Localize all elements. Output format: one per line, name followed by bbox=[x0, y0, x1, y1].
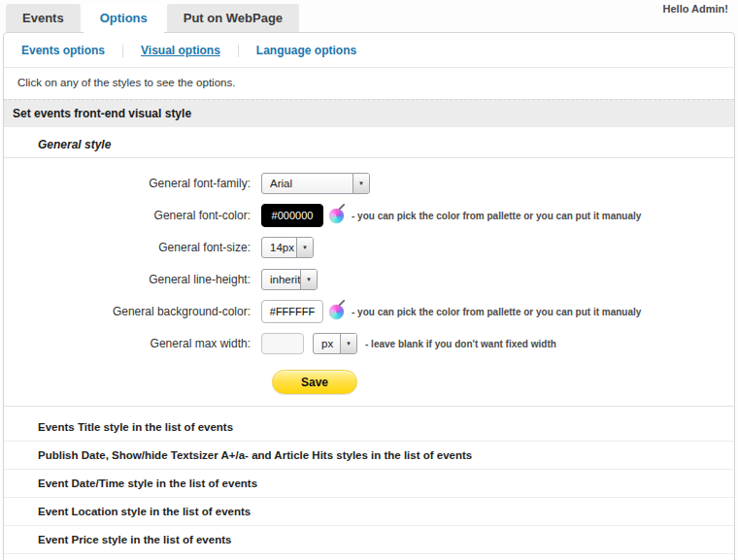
max-width-row: General max width: px ▼ - leave blank if… bbox=[4, 332, 734, 355]
line-height-label: General line-height: bbox=[4, 273, 261, 286]
max-width-unit-select[interactable]: px ▼ bbox=[313, 333, 357, 354]
font-family-select[interactable]: Arial ▼ bbox=[261, 173, 370, 194]
main-panel: Events options Visual options Language o… bbox=[3, 32, 735, 560]
background-color-row: General background-color: - you can pick… bbox=[4, 300, 734, 323]
section-events-title-style[interactable]: Events Title style in the list of events bbox=[4, 413, 734, 442]
font-color-label: General font-color: bbox=[4, 209, 261, 222]
background-color-label: General background-color: bbox=[4, 305, 261, 318]
font-family-label: General font-family: bbox=[4, 177, 261, 190]
font-size-value: 14px bbox=[262, 238, 296, 257]
tab-options[interactable]: Options bbox=[84, 4, 164, 33]
max-width-unit-value: px bbox=[314, 334, 340, 353]
font-color-row: General font-color: - you can pick the c… bbox=[4, 204, 734, 227]
font-size-row: General font-size: 14px ▼ bbox=[4, 236, 734, 259]
general-style-accordion-header[interactable]: General style bbox=[4, 127, 734, 158]
chevron-down-icon: ▼ bbox=[302, 245, 308, 250]
dropdown-button: ▼ bbox=[352, 174, 369, 193]
chevron-down-icon: ▼ bbox=[346, 341, 352, 346]
intro-text: Click on any of the styles to see the op… bbox=[4, 68, 734, 99]
font-size-select[interactable]: 14px ▼ bbox=[261, 237, 314, 258]
subnav-events-options[interactable]: Events options bbox=[21, 44, 105, 57]
subnav-language-options[interactable]: Language options bbox=[256, 44, 356, 57]
font-family-value: Arial bbox=[262, 174, 352, 193]
save-button[interactable]: Save bbox=[272, 370, 357, 394]
font-size-label: General font-size: bbox=[4, 241, 261, 254]
tab-events[interactable]: Events bbox=[6, 4, 81, 32]
section-event-datetime-style[interactable]: Event Date/Time style in the list of eve… bbox=[4, 470, 734, 498]
subnav-divider bbox=[122, 45, 123, 57]
general-style-form: General font-family: Arial ▼ General fon… bbox=[4, 158, 734, 407]
max-width-input[interactable] bbox=[261, 333, 304, 354]
line-height-select[interactable]: inherit ▼ bbox=[261, 269, 318, 290]
subnav-visual-options[interactable]: Visual options bbox=[141, 44, 220, 57]
section-event-location-style[interactable]: Event Location style in the list of even… bbox=[4, 498, 734, 526]
chevron-down-icon: ▼ bbox=[358, 181, 364, 186]
max-width-help-text: - leave blank if you don't want fixed wi… bbox=[365, 339, 556, 349]
section-publish-date-style[interactable]: Publish Date, Show/hide Textsizer A+/a- … bbox=[4, 442, 734, 470]
font-color-input[interactable] bbox=[261, 204, 323, 227]
font-color-help-text: - you can pick the color from pallette o… bbox=[352, 211, 641, 221]
options-subnav: Events options Visual options Language o… bbox=[4, 33, 734, 67]
color-picker-icon[interactable] bbox=[329, 305, 344, 319]
dropdown-button: ▼ bbox=[340, 334, 356, 353]
font-family-row: General font-family: Arial ▼ bbox=[4, 172, 734, 195]
style-sections-list: Events Title style in the list of events… bbox=[4, 407, 734, 560]
save-row: Save bbox=[272, 370, 734, 394]
dropdown-button: ▼ bbox=[300, 270, 317, 289]
visual-style-section-header: Set events front-end visual style bbox=[4, 99, 734, 127]
line-height-row: General line-height: inherit ▼ bbox=[4, 268, 734, 291]
subnav-divider bbox=[238, 45, 239, 57]
background-color-input[interactable] bbox=[261, 300, 323, 323]
tab-put-on-webpage[interactable]: Put on WebPage bbox=[167, 4, 299, 32]
color-picker-icon[interactable] bbox=[329, 209, 344, 223]
greeting-text: Hello Admin! bbox=[663, 3, 728, 15]
section-event-price-style[interactable]: Event Price style in the list of events bbox=[4, 526, 734, 554]
chevron-down-icon: ▼ bbox=[306, 277, 312, 282]
dropdown-button: ▼ bbox=[296, 238, 313, 257]
line-height-value: inherit bbox=[262, 270, 300, 289]
background-color-help-text: - you can pick the color from pallette o… bbox=[352, 307, 641, 317]
max-width-label: General max width: bbox=[4, 337, 261, 350]
section-event-summary-style[interactable]: Event Summary text style in the list of … bbox=[4, 554, 734, 560]
top-tab-bar: Events Options Put on WebPage Hello Admi… bbox=[0, 0, 738, 32]
